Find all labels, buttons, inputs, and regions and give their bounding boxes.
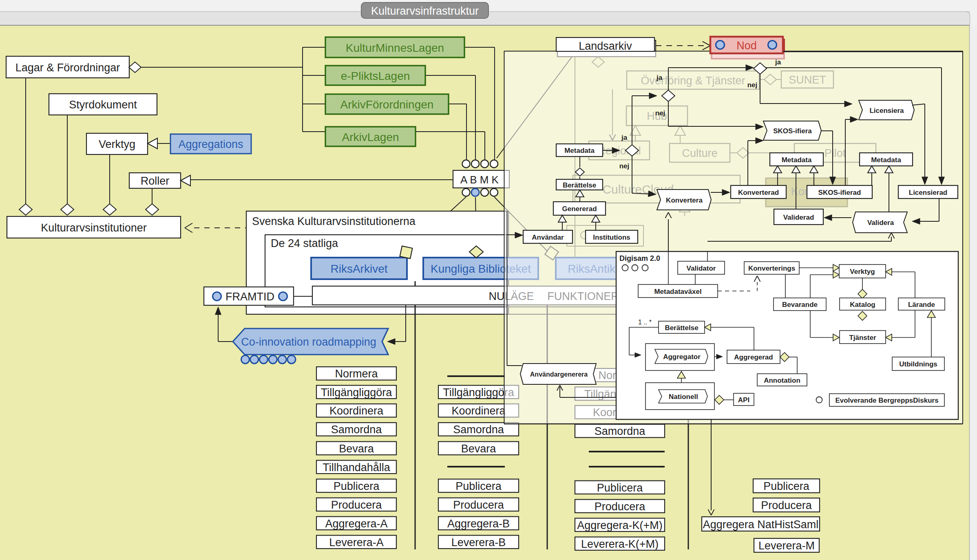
svg-text:Evolverande BergreppsDiskurs: Evolverande BergreppsDiskurs — [835, 397, 938, 404]
svg-text:Användargenerera: Användargenerera — [530, 371, 588, 378]
svg-text:Samordna: Samordna — [331, 423, 382, 436]
svg-text:ja: ja — [656, 74, 663, 82]
svg-text:Bevarande: Bevarande — [782, 301, 818, 309]
svg-text:Tillgängliggöra: Tillgängliggöra — [443, 386, 515, 399]
svg-text:Kulturarvsinstitutioner: Kulturarvsinstitutioner — [41, 222, 147, 234]
svg-text:Leverera-B: Leverera-B — [451, 536, 506, 549]
svg-text:Nod: Nod — [736, 40, 757, 52]
svg-text:nej: nej — [619, 162, 630, 170]
svg-text:Producera: Producera — [453, 499, 504, 511]
svg-text:SKOS-ifierad: SKOS-ifierad — [818, 189, 861, 196]
svg-text:KulturMinnesLagen: KulturMinnesLagen — [346, 42, 444, 54]
svg-text:Publicera: Publicera — [763, 480, 810, 492]
svg-text:Producera: Producera — [331, 499, 382, 511]
svg-text:Tillgängliggöra: Tillgängliggöra — [321, 386, 393, 399]
svg-text:Producera: Producera — [761, 499, 812, 511]
svg-text:Berättelse: Berättelse — [665, 324, 698, 332]
svg-text:Digisam 2.0: Digisam 2.0 — [619, 254, 660, 262]
svg-text:Aggregera-A: Aggregera-A — [325, 518, 387, 530]
svg-text:Verktyg: Verktyg — [850, 268, 875, 276]
svg-text:ArkivFörordningen: ArkivFörordningen — [340, 98, 434, 111]
svg-text:RiksArkivet: RiksArkivet — [330, 262, 387, 275]
svg-text:Producera: Producera — [595, 500, 646, 513]
svg-text:Katalog: Katalog — [850, 301, 875, 309]
svg-text:Lärande: Lärande — [908, 301, 935, 309]
svg-text:Publicera: Publicera — [597, 482, 643, 494]
svg-text:Samordna: Samordna — [453, 423, 504, 436]
svg-text:Styrdokument: Styrdokument — [69, 99, 137, 111]
svg-text:ja: ja — [621, 134, 628, 141]
svg-text:Användar: Användar — [532, 234, 564, 241]
svg-text:Tjänster: Tjänster — [849, 334, 876, 342]
svg-text:SKOS-ifiera: SKOS-ifiera — [773, 127, 812, 135]
svg-text:A B M K: A B M K — [460, 174, 499, 186]
svg-text:Metadataväxel: Metadataväxel — [654, 288, 701, 295]
svg-text:Aggregera-B: Aggregera-B — [447, 518, 510, 530]
svg-text:Co-innovation roadmapping: Co-innovation roadmapping — [241, 336, 376, 348]
svg-text:Institutions: Institutions — [593, 234, 630, 241]
svg-text:Leverera-A: Leverera-A — [329, 536, 384, 549]
svg-text:Svenska Kulturarvsinstitutione: Svenska Kulturarvsinstitutionerna — [252, 215, 416, 227]
svg-text:Validator: Validator — [687, 265, 716, 272]
svg-text:Publicera: Publicera — [455, 480, 502, 492]
svg-text:Licensierad: Licensierad — [909, 189, 948, 196]
svg-text:Metadata: Metadata — [871, 156, 901, 164]
svg-text:Validerad: Validerad — [783, 214, 814, 221]
svg-text:Landsarkiv: Landsarkiv — [579, 40, 632, 52]
svg-text:Koordinera: Koordinera — [451, 405, 506, 417]
svg-text:e-PliktsLagen: e-PliktsLagen — [341, 70, 410, 82]
svg-text:Aggregerad: Aggregerad — [734, 353, 773, 361]
svg-text:Genererad: Genererad — [562, 205, 597, 213]
svg-text:Konvertera: Konvertera — [666, 196, 703, 204]
svg-text:Konverterad: Konverterad — [738, 189, 779, 196]
svg-text:Nationell: Nationell — [669, 393, 698, 401]
svg-text:Aggregations: Aggregations — [178, 138, 243, 150]
svg-text:1 .. *: 1 .. * — [638, 319, 652, 326]
svg-text:Leverera-M: Leverera-M — [758, 540, 815, 552]
svg-text:API: API — [738, 396, 749, 404]
svg-text:Metadata: Metadata — [782, 156, 812, 164]
svg-text:Bevara: Bevara — [339, 443, 374, 455]
svg-text:Tillhandahålla: Tillhandahålla — [323, 461, 391, 474]
svg-text:Annotation: Annotation — [764, 377, 800, 384]
svg-text:ArkivLagen: ArkivLagen — [342, 131, 399, 143]
svg-text:Aggregator: Aggregator — [663, 353, 701, 361]
svg-text:Koordinera: Koordinera — [329, 405, 384, 417]
svg-text:nej: nej — [747, 81, 758, 89]
svg-text:Licensiera: Licensiera — [869, 107, 904, 115]
svg-text:Berättelse: Berättelse — [563, 181, 596, 189]
svg-text:Lagar & Förordningar: Lagar & Förordningar — [15, 62, 120, 74]
svg-text:Roller: Roller — [141, 175, 170, 187]
svg-text:Kulturarvsinfrastruktur: Kulturarvsinfrastruktur — [371, 5, 479, 17]
svg-text:Konverterings: Konverterings — [748, 265, 795, 272]
svg-text:Utbildnings: Utbildnings — [899, 360, 937, 368]
svg-text:ja: ja — [775, 58, 781, 66]
svg-text:De 24 statliga: De 24 statliga — [271, 237, 338, 249]
svg-text:Bevara: Bevara — [461, 443, 497, 455]
svg-text:Aggregera-K(+M): Aggregera-K(+M) — [577, 519, 662, 531]
svg-text:nej: nej — [655, 109, 665, 117]
svg-text:Publicera: Publicera — [334, 480, 380, 492]
svg-text:Verktyg: Verktyg — [99, 138, 135, 150]
svg-text:FRAMTID: FRAMTID — [225, 291, 274, 303]
svg-text:Validera: Validera — [867, 219, 894, 227]
svg-text:Normera: Normera — [335, 368, 378, 380]
svg-text:Leverera-K(+M): Leverera-K(+M) — [581, 538, 659, 550]
svg-text:Aggregera NatHistSaml: Aggregera NatHistSaml — [703, 518, 819, 531]
svg-text:Metadata: Metadata — [564, 147, 595, 154]
svg-text:Samordna: Samordna — [595, 425, 646, 437]
